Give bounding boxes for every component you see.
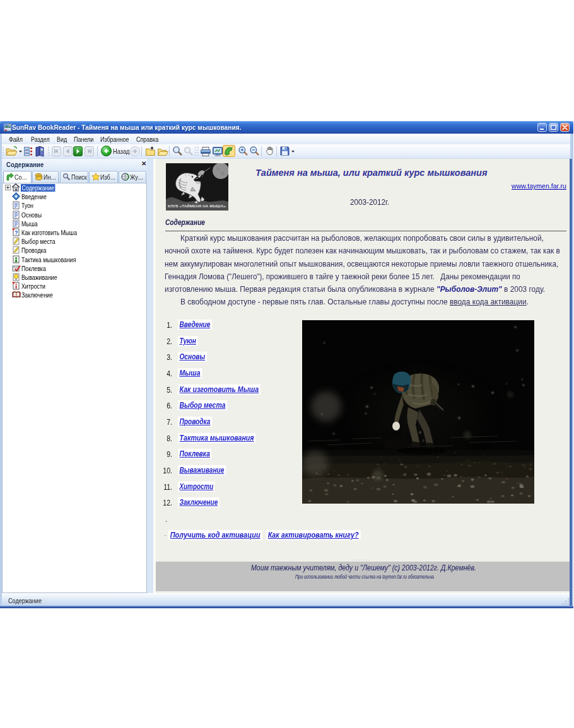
svg-text:?: ? — [15, 229, 18, 236]
svg-text:КЛУБ «ТАЙМЕНЯ НА МЫША»: КЛУБ «ТАЙМЕНЯ НА МЫША» — [168, 204, 226, 208]
